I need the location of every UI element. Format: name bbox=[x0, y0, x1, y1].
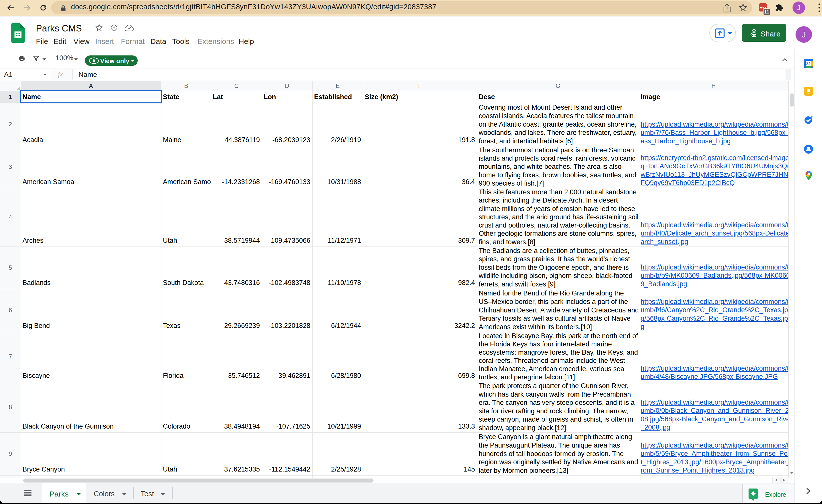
svg-text:31: 31 bbox=[806, 61, 811, 66]
